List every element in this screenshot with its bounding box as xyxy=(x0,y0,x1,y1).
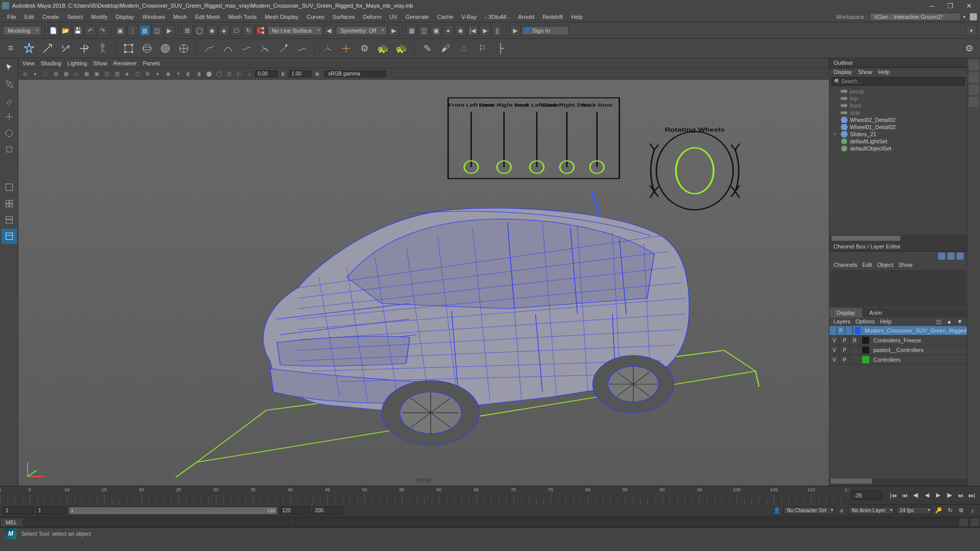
vp-select-cam-icon[interactable]: ◎ xyxy=(20,69,30,79)
curve-1-icon[interactable] xyxy=(202,41,217,56)
pref-icon[interactable]: ⚙ xyxy=(957,506,966,515)
vp-renderer[interactable]: Renderer xyxy=(113,60,137,66)
vp-2d-icon[interactable]: ▭ xyxy=(71,69,81,79)
menu-arnold[interactable]: Arnold xyxy=(514,13,538,21)
vp-multi-icon[interactable]: ◯ xyxy=(214,69,224,79)
command-input[interactable] xyxy=(25,518,290,527)
symmetry-dropdown[interactable]: Symmetry: Off xyxy=(336,26,387,35)
animlayer-icon[interactable]: ≡ xyxy=(837,506,846,515)
minimize-button[interactable]: ─ xyxy=(923,0,941,11)
layer-row[interactable]: VPRControllers_Freeze xyxy=(829,336,967,345)
menu-cache[interactable]: Cache xyxy=(433,13,457,21)
flag-icon[interactable]: ⚐ xyxy=(475,41,490,56)
layer-down-icon[interactable]: ▼ xyxy=(957,318,963,325)
go-end-icon[interactable]: ⏭| xyxy=(967,490,977,500)
single-persp-icon[interactable] xyxy=(2,180,17,195)
outliner-item[interactable]: Wheel01_Detail02 xyxy=(829,123,967,131)
go-start-icon[interactable]: |⏮ xyxy=(888,490,898,500)
autokey-icon[interactable]: 🔑 xyxy=(934,506,943,515)
menu-edit-mesh[interactable]: Edit Mesh xyxy=(191,13,224,21)
vp-lighting[interactable]: Lighting xyxy=(67,60,87,66)
menu-vray[interactable]: V-Ray xyxy=(457,13,481,21)
select-edge-icon[interactable]: ▦ xyxy=(139,25,151,36)
menu-3dtoall[interactable]: - 3DtoAll - xyxy=(481,13,514,21)
cb-icon-2[interactable] xyxy=(947,253,954,260)
vp-image-plane-icon[interactable]: ▦ xyxy=(61,69,70,79)
range-start-field[interactable]: 1 xyxy=(36,507,66,514)
vp-panels[interactable]: Panels xyxy=(143,60,160,66)
cross-icon[interactable] xyxy=(338,41,354,56)
menu-redshift[interactable]: Redshift xyxy=(538,13,567,21)
time-slider[interactable]: 1510152025303540455055606570758085909510… xyxy=(0,486,980,504)
outliner-item[interactable]: persp xyxy=(829,88,967,95)
sym-left-icon[interactable]: ◀ xyxy=(324,25,335,36)
menu-display[interactable]: Display xyxy=(112,13,138,21)
menu-select[interactable]: Select xyxy=(63,13,87,21)
attribute-editor-icon[interactable] xyxy=(969,72,979,83)
vp-lock-cam-icon[interactable]: ● xyxy=(31,69,40,79)
tab-display[interactable]: Display xyxy=(829,308,862,317)
outliner-item[interactable]: top xyxy=(829,95,967,102)
layers-help[interactable]: Help xyxy=(880,318,892,325)
vp-colorspace-dropdown[interactable]: sRGB gamma xyxy=(325,70,386,77)
sign-in-button[interactable]: Sign In xyxy=(522,26,569,35)
select-vertex-icon[interactable]: ⋮ xyxy=(127,25,138,36)
command-history-icon[interactable] xyxy=(970,518,980,527)
playblast-pause-icon[interactable]: || xyxy=(492,25,503,36)
render-icon[interactable]: ▦ xyxy=(406,25,417,36)
curve-2-icon[interactable] xyxy=(220,41,236,56)
curve-4-icon[interactable] xyxy=(257,41,273,56)
turtle-2-icon[interactable]: 🐢 xyxy=(394,41,409,56)
snap-plane-icon[interactable]: ◈ xyxy=(218,25,230,36)
render-settings-icon[interactable]: ▣ xyxy=(430,25,442,36)
ipr-icon[interactable]: ◫ xyxy=(418,25,429,36)
vp-gate-mask-icon[interactable]: ▥ xyxy=(112,69,121,79)
joint-icon[interactable] xyxy=(95,41,110,56)
vp-cam-icon[interactable]: 🎥 xyxy=(41,69,50,79)
menu-modify[interactable]: Modify xyxy=(87,13,111,21)
layer-row[interactable]: VPControllers xyxy=(829,355,967,365)
loop-icon[interactable]: ↻ xyxy=(945,506,954,515)
close-button[interactable]: ✕ xyxy=(960,0,978,11)
vp-motion-icon[interactable]: ⬤ xyxy=(204,69,213,79)
select-face-icon[interactable]: ◫ xyxy=(152,25,163,36)
snap-star-icon[interactable] xyxy=(21,41,37,56)
menu-file[interactable]: File xyxy=(3,13,20,21)
character-set-dropdown[interactable]: No Character Set xyxy=(783,507,835,514)
live-surface-dropdown[interactable]: No Live Surface xyxy=(267,26,323,35)
vp-light-icon[interactable]: ☀ xyxy=(174,69,183,79)
vp-iso-icon[interactable]: ▷ xyxy=(235,69,244,79)
turtle-1-icon[interactable]: 🐢 xyxy=(375,41,390,56)
tool-settings-icon[interactable] xyxy=(969,85,979,95)
outliner-item[interactable]: Wheel02_Detail02 xyxy=(829,116,967,123)
paint-icon[interactable]: 🖌 xyxy=(438,41,453,56)
range-slider[interactable]: 1120 xyxy=(68,507,278,515)
snap-curve-icon[interactable]: ◯ xyxy=(194,25,205,36)
menu-mesh[interactable]: Mesh xyxy=(169,13,191,21)
move-icon[interactable] xyxy=(40,41,55,56)
lasso-tool-icon[interactable] xyxy=(2,77,17,92)
save-scene-icon[interactable]: 💾 xyxy=(72,25,84,36)
select-tool-icon[interactable] xyxy=(2,60,17,76)
outliner-item[interactable]: +Sliders_21 xyxy=(829,131,967,138)
vp-film-gate-icon[interactable]: ▣ xyxy=(92,69,101,79)
outliner-help[interactable]: Help xyxy=(878,69,890,75)
lattice-icon[interactable] xyxy=(121,41,136,56)
layer-row[interactable]: PModern_Crossover_SUV_Green_Rigged xyxy=(829,326,967,336)
shelf-settings-icon[interactable]: ⚙ xyxy=(962,41,977,56)
vp-ao-icon[interactable]: ◑ xyxy=(194,69,203,79)
snap-point-icon[interactable]: ◉ xyxy=(206,25,217,36)
vp-gamma-icon[interactable]: ◐ xyxy=(279,69,288,79)
house-icon[interactable]: ⌂ xyxy=(456,41,472,56)
anim-end-field[interactable]: 200 xyxy=(312,507,343,514)
outliner-scrollbar[interactable] xyxy=(829,235,967,242)
menu-help[interactable]: Help xyxy=(567,13,587,21)
workspace-dropdown[interactable]: XGen - Interactive Groom1* xyxy=(869,13,961,21)
menu-mesh-display[interactable]: Mesh Display xyxy=(261,13,303,21)
axis-icon[interactable] xyxy=(320,41,335,56)
cb-icon-1[interactable] xyxy=(938,253,945,260)
sym-right-icon[interactable]: ▶ xyxy=(388,25,399,36)
outliner-search[interactable]: Search... xyxy=(831,77,965,86)
outliner-item[interactable]: front xyxy=(829,102,967,109)
menu-set-dropdown[interactable]: Modeling xyxy=(3,26,41,35)
